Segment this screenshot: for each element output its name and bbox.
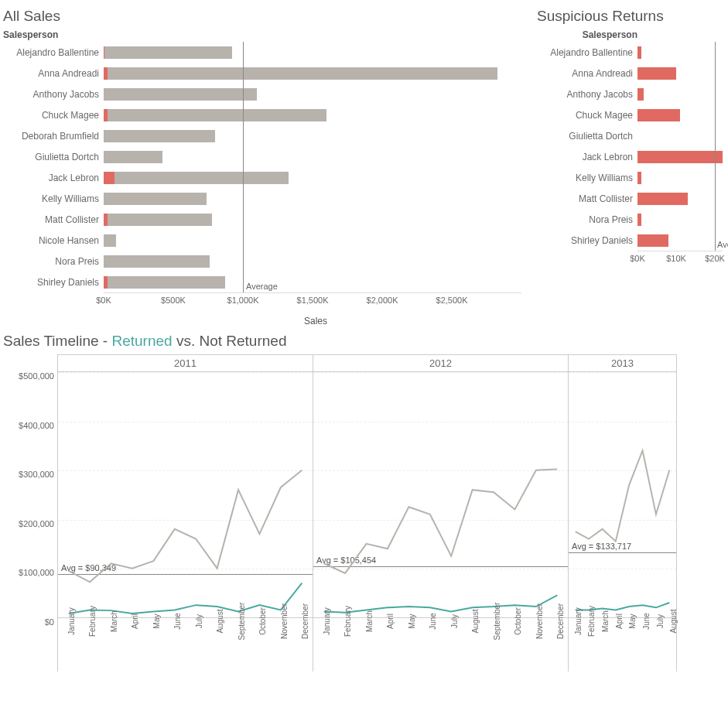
bar-suspicious[interactable] <box>104 172 114 184</box>
suspicious-plot[interactable]: Alejandro Ballentine Anna Andreadi Antho… <box>537 42 728 272</box>
all-sales-plot[interactable]: Alejandro Ballentine Anna Andreadi Antho… <box>3 42 528 314</box>
suspicious-returns-barchart: Salesperson Alejandro Ballentine Anna An… <box>537 29 728 272</box>
bar-returns[interactable] <box>637 151 723 163</box>
timeline-title-suffix: vs. Not Returned <box>173 333 287 349</box>
bar-row[interactable]: Nicole Hansen <box>3 230 528 251</box>
bar-row[interactable]: Anna Andreadi <box>3 63 528 84</box>
bar-total[interactable] <box>104 67 497 80</box>
suspicious-returns-title: Suspicious Returns <box>537 8 728 25</box>
bar-label: Kelly Williams <box>537 173 637 183</box>
month-axis: JanuaryFebruaryMarchAprilMayJuneJulyAugu… <box>569 617 676 672</box>
bar-row[interactable]: Alejandro Ballentine <box>3 42 528 63</box>
bar-total[interactable] <box>104 130 215 142</box>
bar-row[interactable]: Nora Preis <box>3 251 528 272</box>
bar-row[interactable]: Anthony Jacobs <box>3 84 528 104</box>
bar-row[interactable]: Chuck Magee <box>537 104 728 125</box>
bar-returns[interactable] <box>637 67 676 80</box>
bar-suspicious[interactable] <box>104 67 108 80</box>
bar-row[interactable]: Giulietta Dortch <box>3 146 528 167</box>
bar-suspicious[interactable] <box>104 46 104 59</box>
bar-returns[interactable] <box>637 46 641 59</box>
bar-suspicious[interactable] <box>104 276 108 289</box>
x-axis-tick: $2,000K <box>367 296 398 305</box>
bar-suspicious[interactable] <box>104 214 108 226</box>
bar-returns[interactable] <box>637 109 680 121</box>
series-line[interactable] <box>69 470 302 583</box>
bar-total[interactable] <box>104 151 162 163</box>
bar-returns[interactable] <box>637 234 668 247</box>
bar-returns[interactable] <box>637 214 641 226</box>
average-label: Average <box>246 282 278 291</box>
year-header: 2013 <box>569 355 676 372</box>
bar-row[interactable]: Shirley Daniels <box>537 230 728 251</box>
bar-row[interactable]: Kelly Williams <box>537 167 728 188</box>
timeline-y-axis: $0$100,000$200,000$300,000$400,000$500,0… <box>3 354 57 672</box>
bar-label: Deborah Brumfield <box>3 131 104 142</box>
month-axis: JanuaryFebruaryMarchAprilMayJuneJulyAugu… <box>58 617 313 672</box>
month-tick: January <box>322 607 330 635</box>
series-line[interactable] <box>324 595 558 612</box>
year-header: 2011 <box>58 355 313 372</box>
bar-row[interactable]: Jack Lebron <box>3 167 528 188</box>
bar-row[interactable]: Giulietta Dortch <box>537 125 728 146</box>
year-panel-2011[interactable]: 2011Avg = $90,349JanuaryFebruaryMarchApr… <box>57 354 313 672</box>
bar-total[interactable] <box>104 214 212 226</box>
bar-label: Shirley Daniels <box>3 277 104 288</box>
bar-total[interactable] <box>104 234 116 247</box>
x-axis-tick: $500K <box>161 296 186 305</box>
month-tick: February <box>88 606 97 637</box>
all-sales-title: All Sales <box>3 8 528 25</box>
bar-label: Nicole Hansen <box>3 235 104 246</box>
bar-label: Alejandro Ballentine <box>537 47 637 58</box>
year-panel-2012[interactable]: 2012Avg = $105,454JanuaryFebruaryMarchAp… <box>313 354 568 672</box>
y-axis-tick: $200,000 <box>19 519 54 528</box>
month-tick: November <box>535 603 543 639</box>
all-sales-barchart: Salesperson Alejandro Ballentine Anna An… <box>3 29 528 326</box>
bar-total[interactable] <box>104 88 257 101</box>
bar-returns[interactable] <box>637 172 641 184</box>
bar-row[interactable]: Jack Lebron <box>537 146 728 167</box>
bar-row[interactable]: Matt Collister <box>3 209 528 230</box>
month-tick: June <box>641 613 650 630</box>
month-tick: July <box>194 614 203 628</box>
month-tick: August <box>669 609 678 633</box>
year-plot[interactable]: Avg = $133,717 <box>569 372 676 617</box>
year-panel-2013[interactable]: 2013Avg = $133,717JanuaryFebruaryMarchAp… <box>568 354 677 672</box>
series-line[interactable] <box>324 470 558 573</box>
bar-row[interactable]: Alejandro Ballentine <box>537 42 728 63</box>
all-sales-x-axis-title: Sales <box>104 316 528 326</box>
bar-row[interactable]: Kelly Williams <box>3 188 528 209</box>
bar-row[interactable]: Chuck Magee <box>3 104 528 125</box>
bar-label: Jack Lebron <box>537 152 637 162</box>
bar-label: Shirley Daniels <box>537 235 637 246</box>
average-line <box>715 42 716 251</box>
bar-row[interactable]: Deborah Brumfield <box>3 125 528 146</box>
bar-returns[interactable] <box>637 193 688 205</box>
bar-total[interactable] <box>104 46 232 59</box>
month-tick: December <box>301 603 309 639</box>
year-header: 2012 <box>313 355 568 372</box>
bar-total[interactable] <box>104 255 210 268</box>
bar-label: Nora Preis <box>537 214 637 225</box>
bar-total[interactable] <box>104 276 225 289</box>
bar-row[interactable]: Matt Collister <box>537 188 728 209</box>
month-tick: April <box>386 614 395 629</box>
month-tick: June <box>173 613 182 630</box>
series-line[interactable] <box>576 450 670 541</box>
timeline-plot[interactable]: $0$100,000$200,000$300,000$400,000$500,0… <box>3 354 725 672</box>
bar-total[interactable] <box>104 172 289 184</box>
bar-total[interactable] <box>104 193 207 205</box>
bar-label: Giulietta Dortch <box>3 152 104 162</box>
month-tick: January <box>67 607 75 635</box>
bar-row[interactable]: Nora Preis <box>537 209 728 230</box>
y-axis-tick: $100,000 <box>19 568 54 577</box>
year-plot[interactable]: Avg = $90,349 <box>58 372 313 617</box>
bar-row[interactable]: Anthony Jacobs <box>537 84 728 104</box>
bar-returns[interactable] <box>637 88 644 101</box>
bar-suspicious[interactable] <box>104 109 108 121</box>
month-tick: July <box>655 614 664 628</box>
year-plot[interactable]: Avg = $105,454 <box>313 372 568 617</box>
bar-row[interactable]: Anna Andreadi <box>537 63 728 84</box>
series-line[interactable] <box>69 583 302 614</box>
bar-total[interactable] <box>104 109 326 121</box>
